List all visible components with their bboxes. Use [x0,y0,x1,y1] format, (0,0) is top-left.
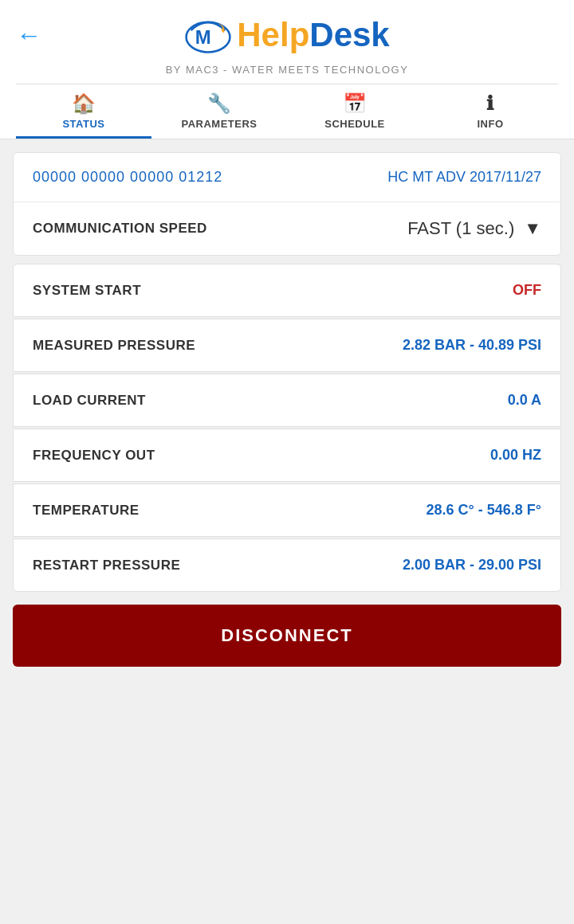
tab-status[interactable]: 🏠 STATUS [16,84,151,139]
tab-status-label: STATUS [62,118,104,130]
home-icon: 🏠 [72,92,96,115]
comm-speed-value: FAST (1 sec.) [407,218,514,239]
system-start-label: SYSTEM START [33,283,141,299]
comm-speed-label: COMMUNICATION SPEED [33,221,207,237]
comm-speed-row: COMMUNICATION SPEED FAST (1 sec.) ▼ [14,202,560,255]
tab-schedule-label: SCHEDULE [324,118,385,130]
device-id: 00000 00000 00000 01212 [33,169,222,186]
back-button[interactable]: ← [16,21,41,50]
calendar-icon: 📅 [343,92,368,115]
device-version: HC MT ADV 2017/11/27 [387,169,541,186]
status-item-system-start: SYSTEM START OFF [13,264,561,317]
info-icon: ℹ [486,92,494,115]
logo-text: HelpDesk [237,16,389,54]
status-item-temperature: TEMPERATURE 28.6 C° - 546.8 F° [13,484,561,537]
logo-subtitle: BY MAC3 - WATER MEETS TECHNOLOGY [166,64,409,76]
tab-schedule[interactable]: 📅 SCHEDULE [287,84,423,139]
restart-pressure-value: 2.00 BAR - 29.00 PSI [403,557,541,574]
logo: M HelpDesk [184,11,389,59]
status-item-restart-pressure: RESTART PRESSURE 2.00 BAR - 29.00 PSI [13,538,561,592]
status-item-frequency-out: FREQUENCY OUT 0.00 HZ [13,429,561,482]
wrench-icon: 🔧 [207,92,232,115]
disconnect-button[interactable]: DISCONNECT [13,605,561,667]
status-list: SYSTEM START OFF MEASURED PRESSURE 2.82 … [13,264,561,592]
temperature-label: TEMPERATURE [33,503,140,519]
header-top: ← M HelpDesk [16,11,558,59]
restart-pressure-label: RESTART PRESSURE [33,558,180,574]
logo-help: HelpDesk [237,16,389,53]
load-current-value: 0.0 A [508,392,541,409]
svg-text:M: M [195,26,211,48]
comm-speed-select[interactable]: FAST (1 sec.) ▼ [407,218,541,239]
frequency-out-value: 0.00 HZ [490,447,541,464]
measured-pressure-value: 2.82 BAR - 40.89 PSI [403,337,541,354]
device-id-row: 00000 00000 00000 01212 HC MT ADV 2017/1… [14,153,560,202]
device-card: 00000 00000 00000 01212 HC MT ADV 2017/1… [13,152,561,256]
app-header: ← M HelpDesk BY MAC3 - WATER MEETS TECHN… [0,0,574,139]
status-item-measured-pressure: MEASURED PRESSURE 2.82 BAR - 40.89 PSI [13,319,561,372]
status-item-load-current: LOAD CURRENT 0.0 A [13,374,561,427]
tab-info[interactable]: ℹ INFO [423,84,558,139]
tab-parameters-label: PARAMETERS [181,118,257,130]
load-current-label: LOAD CURRENT [33,393,146,409]
measured-pressure-label: MEASURED PRESSURE [33,338,195,354]
tab-parameters[interactable]: 🔧 PARAMETERS [151,84,287,139]
main-content: 00000 00000 00000 01212 HC MT ADV 2017/1… [0,152,574,667]
nav-tabs: 🏠 STATUS 🔧 PARAMETERS 📅 SCHEDULE ℹ INFO [16,84,558,139]
chevron-down-icon: ▼ [524,218,541,239]
system-start-value: OFF [513,282,541,299]
temperature-value: 28.6 C° - 546.8 F° [427,502,541,519]
frequency-out-label: FREQUENCY OUT [33,448,155,464]
tab-info-label: INFO [477,118,503,130]
logo-icon: M [184,11,232,59]
